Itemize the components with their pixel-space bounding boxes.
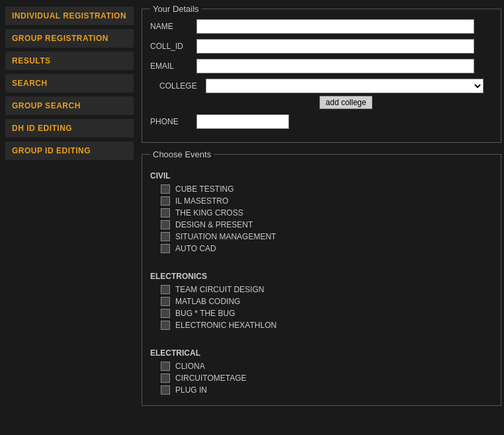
event-checkbox-team-circuit-design[interactable] [161,285,170,294]
event-item: TEAM CIRCUIT DESIGN [161,285,493,294]
main-content: Your Details NAME COLL_ID EMAIL COLLEGE … [139,0,504,435]
sidebar-btn-group-id-editing[interactable]: GROUP ID EDITING [5,141,134,160]
college-row: COLLEGE add college [150,79,493,109]
phone-row: PHONE [150,114,493,129]
choose-events-fieldset: Choose Events CIVILCUBE TESTINGIL MASEST… [142,149,501,406]
event-label: CUBE TESTING [175,184,233,194]
event-checkbox-cube-testing[interactable] [161,184,170,194]
events-container: CIVILCUBE TESTINGIL MASESTROTHE KING CRO… [150,171,493,395]
event-label: SITUATION MANAGEMENT [175,232,276,241]
event-label: MATLAB CODING [175,297,240,306]
event-label: CLIONA [175,362,205,371]
coll-id-label: COLL_ID [150,42,196,51]
category-label-electrical: ELECTRICAL [150,348,493,358]
event-item: BUG * THE BUG [161,309,493,318]
college-label: COLLEGE [159,81,206,91]
category-label-electronics: ELECTRONICS [150,272,493,281]
name-row: NAME [150,19,493,34]
event-label: TEAM CIRCUIT DESIGN [175,285,264,294]
event-checkbox-plug-in[interactable] [161,385,170,395]
event-item: DESIGN & PRESENT [161,220,493,229]
event-checkbox-cliona[interactable] [161,362,170,371]
sidebar-btn-search[interactable]: SEARCH [5,74,134,93]
sidebar-btn-group-registration[interactable]: GROUP REGISTRATION [5,29,134,48]
event-item: CUBE TESTING [161,184,493,194]
category-label-civil: CIVIL [150,171,493,180]
event-item: IL MASESTRO [161,196,493,206]
event-item: ELECTRONIC HEXATHLON [161,321,493,330]
event-item: PLUG IN [161,385,493,395]
event-item: MATLAB CODING [161,297,493,306]
event-item: AUTO CAD [161,244,493,253]
event-label: AUTO CAD [175,244,216,253]
name-input[interactable] [196,19,474,34]
event-checkbox-design-&-present[interactable] [161,220,170,229]
sidebar-btn-group-search[interactable]: GROUP SEARCH [5,97,134,115]
event-label: CIRCUITOMETAGE [175,374,247,383]
event-label: THE KING CROSS [175,208,243,218]
event-item: SITUATION MANAGEMENT [161,232,493,241]
email-input[interactable] [196,59,474,73]
event-checkbox-circuitometage[interactable] [161,374,170,383]
event-checkbox-auto-cad[interactable] [161,244,170,253]
event-checkbox-the-king-cross[interactable] [161,208,170,218]
sidebar-btn-individual-registration[interactable]: INDIVIDUAL REGISTRATION [5,7,134,25]
event-item: THE KING CROSS [161,208,493,218]
phone-input[interactable] [196,114,289,129]
event-checkbox-situation-management[interactable] [161,232,170,241]
event-item: CIRCUITOMETAGE [161,374,493,383]
event-item: CLIONA [161,362,493,371]
email-label: EMAIL [150,61,196,71]
sidebar-btn-dh-id-editing[interactable]: DH ID EDITING [5,119,134,138]
coll-id-input[interactable] [196,39,474,54]
your-details-fieldset: Your Details NAME COLL_ID EMAIL COLLEGE … [142,4,501,143]
email-row: EMAIL [150,59,493,73]
sidebar-btn-results[interactable]: RESULTS [5,52,134,70]
event-checkbox-electronic-hexathlon[interactable] [161,321,170,330]
event-label: IL MASESTRO [175,196,228,206]
your-details-legend: Your Details [150,4,202,14]
phone-label: PHONE [150,117,196,126]
coll-id-row: COLL_ID [150,39,493,54]
event-label: DESIGN & PRESENT [175,220,253,229]
sidebar: INDIVIDUAL REGISTRATIONGROUP REGISTRATIO… [0,0,139,435]
event-label: PLUG IN [175,385,207,395]
choose-events-legend: Choose Events [150,149,214,159]
event-checkbox-matlab-coding[interactable] [161,297,170,306]
event-label: BUG * THE BUG [175,309,235,318]
event-checkbox-il-masestro[interactable] [161,196,170,206]
event-checkbox-bug-*-the-bug[interactable] [161,309,170,318]
college-select[interactable] [206,79,483,93]
name-label: NAME [150,22,196,31]
add-college-button[interactable]: add college [319,96,372,109]
event-label: ELECTRONIC HEXATHLON [175,321,276,330]
